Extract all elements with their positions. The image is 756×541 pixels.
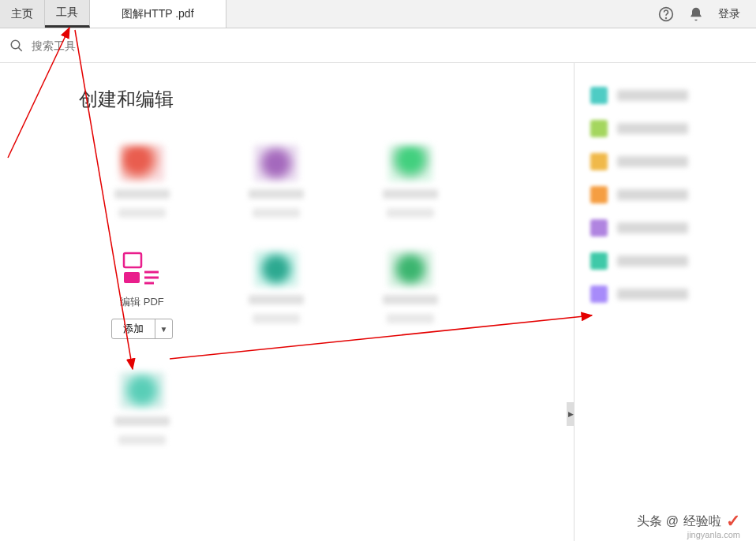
side-icon-blur bbox=[590, 120, 608, 137]
tab-home[interactable]: 主页 bbox=[0, 0, 45, 28]
side-label-blur bbox=[617, 156, 688, 167]
add-button[interactable]: 添加 ▼ bbox=[111, 319, 174, 339]
side-item[interactable] bbox=[587, 211, 743, 244]
tool-label: 编辑 PDF bbox=[120, 295, 164, 309]
side-label-blur bbox=[617, 90, 688, 101]
side-item[interactable] bbox=[587, 178, 743, 211]
tool-icon-blur bbox=[388, 251, 432, 287]
side-label-blur bbox=[617, 123, 688, 134]
side-label-blur bbox=[617, 289, 688, 300]
tool-item[interactable] bbox=[347, 249, 473, 339]
tool-item[interactable] bbox=[79, 144, 205, 218]
tool-grid: 编辑 PDF 添加 ▼ bbox=[79, 144, 542, 445]
tab-document[interactable]: 图解HTTP .pdf bbox=[90, 0, 226, 28]
chevron-down-icon: ▼ bbox=[155, 323, 173, 336]
watermark-site: jingyanla.com bbox=[687, 530, 740, 539]
side-item[interactable] bbox=[587, 145, 743, 178]
tool-label-blur bbox=[383, 189, 438, 199]
tool-icon-blur bbox=[120, 145, 164, 181]
side-item[interactable] bbox=[587, 79, 743, 112]
side-panel: ▶ bbox=[574, 63, 756, 541]
tab-tools[interactable]: 工具 bbox=[45, 0, 90, 28]
side-icon-blur bbox=[590, 252, 608, 270]
svg-rect-5 bbox=[124, 272, 140, 283]
svg-line-3 bbox=[18, 47, 22, 51]
side-label-blur bbox=[617, 256, 688, 267]
tool-sublabel-blur bbox=[253, 208, 300, 218]
main-area: 创建和编辑 bbox=[0, 63, 756, 541]
collapse-handle-icon[interactable]: ▶ bbox=[567, 402, 574, 426]
tool-icon-blur bbox=[254, 145, 298, 181]
side-item[interactable] bbox=[587, 278, 743, 311]
watermark: 头条 @ 经验啦 ✓ jingyanla.com bbox=[637, 511, 740, 532]
side-icon-blur bbox=[590, 219, 608, 237]
tool-sublabel-blur bbox=[253, 314, 300, 323]
add-button-label: 添加 bbox=[112, 319, 155, 338]
tool-item[interactable] bbox=[213, 144, 339, 218]
side-icon-blur bbox=[590, 285, 608, 303]
side-label-blur bbox=[617, 189, 688, 200]
tool-sublabel-blur bbox=[118, 208, 166, 218]
tool-label-blur bbox=[383, 295, 438, 304]
top-toolbar: 主页 工具 图解HTTP .pdf 登录 bbox=[0, 0, 756, 28]
tool-label-blur bbox=[114, 416, 170, 426]
tools-content: 创建和编辑 bbox=[0, 63, 574, 541]
tool-item[interactable] bbox=[79, 371, 205, 445]
tool-edit-pdf[interactable]: 编辑 PDF 添加 ▼ bbox=[79, 249, 205, 339]
tool-label-blur bbox=[114, 189, 170, 199]
side-icon-blur bbox=[590, 87, 608, 104]
search-bar bbox=[0, 28, 756, 63]
search-input[interactable] bbox=[32, 39, 747, 52]
help-icon[interactable] bbox=[658, 6, 674, 22]
edit-pdf-icon bbox=[122, 252, 162, 286]
search-icon bbox=[9, 39, 24, 53]
tool-sublabel-blur bbox=[118, 435, 166, 445]
side-item[interactable] bbox=[587, 244, 743, 278]
tool-icon-blur bbox=[254, 251, 298, 287]
side-icon-blur bbox=[590, 153, 608, 170]
bell-icon[interactable] bbox=[688, 6, 704, 22]
tool-item[interactable] bbox=[347, 144, 473, 218]
tool-item[interactable] bbox=[213, 249, 339, 339]
svg-point-2 bbox=[11, 40, 20, 49]
svg-rect-4 bbox=[124, 253, 141, 267]
tool-sublabel-blur bbox=[387, 314, 434, 323]
tool-icon-blur bbox=[388, 145, 432, 181]
tool-sublabel-blur bbox=[387, 208, 434, 218]
side-item[interactable] bbox=[587, 112, 743, 145]
watermark-name: 经验啦 bbox=[683, 513, 721, 530]
svg-point-1 bbox=[666, 17, 667, 18]
section-title: 创建和编辑 bbox=[79, 87, 542, 112]
side-label-blur bbox=[617, 222, 688, 233]
tool-icon-blur bbox=[120, 372, 164, 409]
check-icon: ✓ bbox=[726, 511, 740, 532]
login-button[interactable]: 登录 bbox=[718, 7, 740, 21]
watermark-prefix: 头条 @ bbox=[637, 513, 679, 530]
side-icon-blur bbox=[590, 186, 608, 203]
tool-label-blur bbox=[249, 189, 304, 199]
tool-label-blur bbox=[249, 295, 304, 304]
